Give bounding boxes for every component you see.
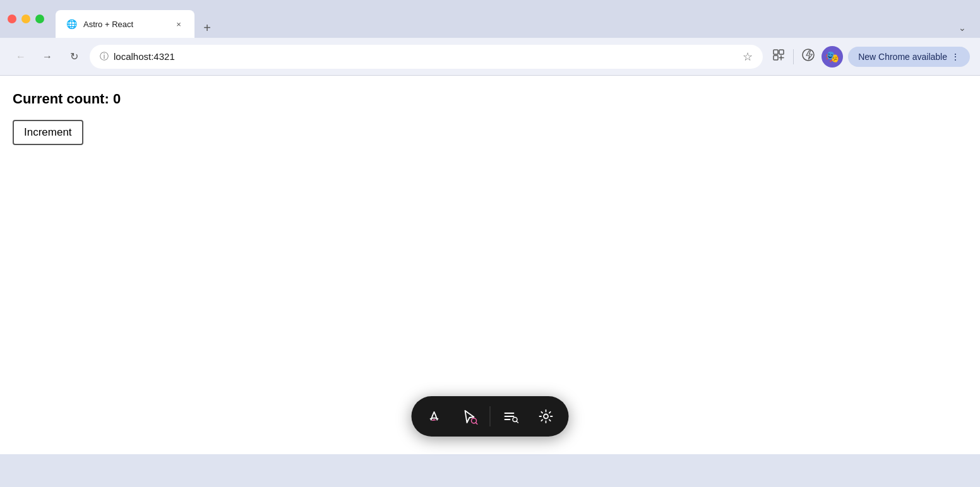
tab-close-button[interactable]: × (173, 18, 184, 30)
active-tab[interactable]: 🌐 Astro + React × (56, 10, 194, 38)
dev-toolbar (412, 396, 569, 437)
extension1-button[interactable] (768, 46, 789, 67)
inspect-toolbar-button[interactable] (453, 400, 486, 433)
astro-icon (426, 408, 443, 425)
extension1-icon (772, 48, 786, 65)
profile-avatar[interactable]: 🎭 (822, 46, 843, 67)
address-text: localhost:4321 (114, 51, 738, 62)
forward-button[interactable]: → (37, 46, 58, 67)
new-chrome-more-icon: ⋮ (951, 52, 960, 62)
close-button[interactable] (8, 15, 16, 23)
new-chrome-button[interactable]: New Chrome available ⋮ (848, 47, 970, 67)
reload-icon: ↻ (70, 50, 78, 62)
title-bar: 🌐 Astro + React × + ⌄ (0, 0, 980, 38)
minimize-button[interactable] (21, 15, 30, 23)
cursor-icon (462, 408, 478, 425)
list-search-icon (503, 408, 519, 425)
tab-list-button[interactable]: ⌄ (952, 18, 972, 38)
settings-toolbar-button[interactable] (530, 400, 563, 433)
bookmark-icon[interactable]: ☆ (743, 50, 753, 64)
astro-toolbar-button[interactable] (418, 400, 451, 433)
tab-title: Astro + React (83, 20, 167, 29)
back-button[interactable]: ← (10, 46, 32, 67)
new-chrome-label: New Chrome available (858, 52, 947, 62)
svg-line-9 (517, 421, 518, 423)
components-toolbar-button[interactable] (494, 400, 527, 433)
extension2-button[interactable] (798, 46, 819, 67)
count-display: Current count: 0 (13, 91, 967, 107)
new-tab-button[interactable]: + (197, 18, 217, 38)
svg-rect-1 (779, 50, 784, 54)
maximize-button[interactable] (35, 15, 44, 23)
svg-rect-0 (774, 50, 778, 54)
nav-divider (793, 49, 794, 64)
info-icon[interactable]: ⓘ (100, 51, 109, 62)
svg-point-10 (544, 414, 548, 419)
traffic-lights (8, 15, 44, 23)
svg-rect-2 (774, 56, 778, 60)
back-icon: ← (16, 51, 26, 62)
tab-favicon: 🌐 (66, 18, 77, 30)
increment-button[interactable]: Increment (13, 120, 83, 145)
avatar-image: 🎭 (825, 50, 839, 64)
page-content: Current count: 0 Increment (0, 76, 980, 454)
tab-bar: 🌐 Astro + React × + ⌄ (56, 0, 972, 38)
nav-actions: 🎭 (768, 46, 843, 67)
forward-icon: → (42, 51, 52, 62)
toolbar-divider (490, 406, 491, 426)
lightning-icon (801, 48, 815, 65)
gear-icon (538, 408, 554, 425)
reload-button[interactable]: ↻ (63, 46, 85, 67)
address-bar[interactable]: ⓘ localhost:4321 ☆ (90, 45, 763, 69)
nav-bar: ← → ↻ ⓘ localhost:4321 ☆ (0, 38, 980, 76)
